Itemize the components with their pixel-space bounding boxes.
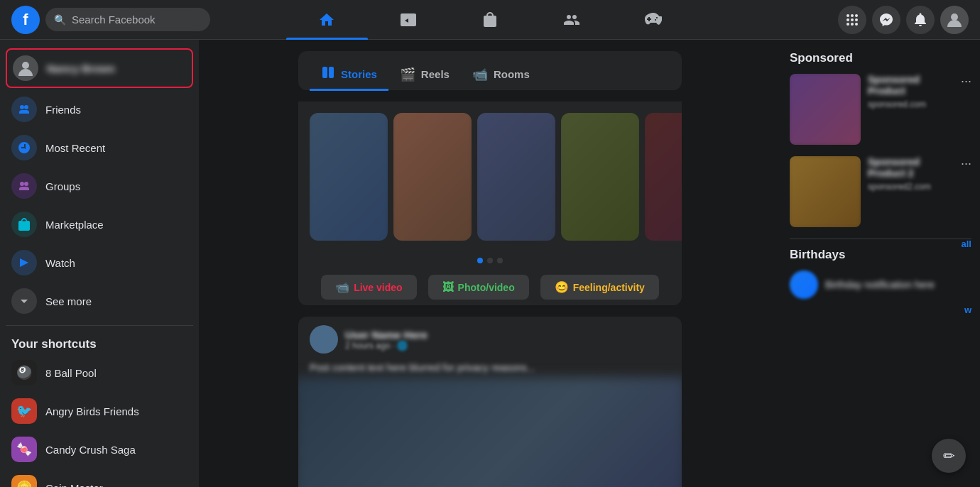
left-sidebar: Nancy Brown Friends Most Recent Groups [0, 40, 199, 487]
birthday-avatar [790, 270, 818, 299]
ad-name-1: Sponsored Product [868, 74, 954, 97]
birthdays-title: Birthdays [790, 248, 971, 262]
candy-crush-icon: 🍬 [11, 437, 37, 462]
sidebar-item-angry-birds[interactable]: 🐦 Angry Birds Friends [6, 393, 193, 429]
story-card-2[interactable] [393, 113, 472, 241]
svg-point-2 [855, 14, 858, 17]
profile-item[interactable]: Nancy Brown [6, 48, 193, 88]
svg-point-10 [22, 62, 29, 69]
write-message-button[interactable]: ✏ [932, 439, 966, 473]
sidebar-marketplace-label: Marketplace [45, 219, 104, 231]
feed-container: Stories 🎬 Reels 📹 Rooms [298, 51, 682, 476]
story-card-4[interactable] [561, 113, 639, 241]
search-input[interactable] [72, 13, 202, 26]
ad-url-1: sponsored.com [868, 99, 954, 109]
svg-point-8 [855, 23, 858, 26]
sidebar-most-recent-label: Most Recent [45, 142, 105, 154]
ad-options-1[interactable]: ··· [961, 74, 971, 89]
svg-point-7 [851, 23, 854, 26]
photo-video-button[interactable]: 🖼 Photo/video [428, 275, 529, 300]
sidebar-item-coin-master[interactable]: 🪙 Coin Master [6, 469, 193, 487]
notifications-button[interactable] [906, 6, 935, 34]
svg-point-1 [851, 14, 854, 17]
svg-point-9 [951, 13, 958, 21]
stories-grid [298, 102, 682, 252]
profile-avatar [13, 55, 38, 81]
see-more-icon [11, 288, 37, 314]
apps-button[interactable] [838, 6, 866, 34]
header-right [770, 6, 969, 34]
story-card-1[interactable] [310, 113, 388, 241]
main-feed: Stories 🎬 Reels 📹 Rooms [199, 40, 781, 487]
user-avatar-button[interactable] [940, 6, 969, 34]
live-video-label: Live video [354, 282, 402, 293]
header-left: f 🔍 [11, 6, 210, 34]
sidebar-item-marketplace[interactable]: Marketplace [6, 206, 193, 243]
tab-stories[interactable]: Stories [310, 60, 388, 91]
post-image [298, 377, 682, 487]
svg-point-4 [851, 18, 854, 21]
sidebar-groups-label: Groups [45, 180, 80, 192]
sidebar-item-groups[interactable]: Groups [6, 168, 193, 204]
groups-icon [11, 173, 37, 199]
facebook-logo[interactable]: f [11, 6, 40, 34]
ad-card-1[interactable]: Sponsored Product sponsored.com ··· [790, 74, 971, 145]
coin-master-icon: 🪙 [11, 475, 37, 487]
svg-point-5 [855, 18, 858, 21]
story-dots [298, 252, 682, 269]
see-all-birthdays-link[interactable]: w [964, 305, 971, 315]
ad-name-2: Sponsored Product 2 [868, 156, 954, 179]
feeling-button[interactable]: 😊 Feeling/activity [540, 275, 659, 300]
reels-tab-label: Reels [421, 68, 450, 80]
tab-rooms[interactable]: 📹 Rooms [461, 60, 541, 91]
sidebar-item-friends[interactable]: Friends [6, 91, 193, 128]
right-divider-1 [790, 239, 971, 239]
sidebar-item-candy-crush[interactable]: 🍬 Candy Crush Saga [6, 431, 193, 468]
friends-icon [11, 97, 37, 122]
right-sidebar: Sponsored Sponsored Product sponsored.co… [781, 40, 980, 487]
search-icon: 🔍 [54, 14, 66, 26]
post-time: 2 hours ago · 🌐 [345, 341, 670, 351]
story-card-3[interactable] [477, 113, 555, 241]
stories-tab-icon [321, 65, 335, 83]
marketplace-icon [11, 212, 37, 237]
nav-groups[interactable] [531, 0, 613, 40]
sidebar-item-see-more[interactable]: See more [6, 283, 193, 319]
live-video-icon: 📹 [335, 280, 349, 294]
svg-point-6 [846, 23, 849, 26]
nav-gaming[interactable] [613, 0, 695, 40]
svg-rect-12 [329, 67, 334, 78]
post-avatar [310, 325, 338, 354]
shortcut-angry-birds-label: Angry Birds Friends [45, 405, 139, 417]
nav-marketplace[interactable] [450, 0, 531, 40]
feed-post-1: User Name Here 2 hours ago · 🌐 Post cont… [298, 317, 682, 487]
messenger-button[interactable] [872, 6, 900, 34]
live-video-button[interactable]: 📹 Live video [321, 275, 416, 300]
tab-reels[interactable]: 🎬 Reels [388, 60, 461, 91]
shortcut-candy-crush-label: Candy Crush Saga [45, 444, 136, 456]
post-info: User Name Here 2 hours ago · 🌐 [345, 329, 670, 351]
shortcut-8ball-label: 8 Ball Pool [45, 367, 97, 379]
ad-options-2[interactable]: ··· [961, 156, 971, 171]
story-card-5[interactable] [645, 113, 682, 241]
sidebar-item-8ball[interactable]: 🎱 8 Ball Pool [6, 354, 193, 391]
8ball-icon: 🎱 [11, 360, 37, 385]
svg-point-0 [846, 14, 849, 17]
sidebar-item-watch[interactable]: Watch [6, 244, 193, 281]
rooms-tab-icon: 📹 [472, 67, 488, 82]
ad-card-2[interactable]: Sponsored Product 2 sponsored2.com ··· [790, 156, 971, 227]
svg-point-3 [846, 18, 849, 21]
nav-video[interactable] [368, 0, 450, 40]
see-all-ads-link[interactable]: all [962, 239, 971, 249]
profile-name: Nancy Brown [47, 62, 115, 75]
search-bar[interactable]: 🔍 [45, 8, 210, 31]
shortcuts-title: Your shortcuts [6, 332, 193, 354]
watch-icon [11, 250, 37, 275]
post-header: User Name Here 2 hours ago · 🌐 [298, 317, 682, 362]
sidebar-item-most-recent[interactable]: Most Recent [6, 129, 193, 166]
birthday-item-1: Birthday notification here [790, 270, 971, 299]
ad-image-2 [790, 156, 861, 227]
body: Nancy Brown Friends Most Recent Groups [0, 40, 980, 487]
reels-tab-icon: 🎬 [400, 67, 415, 82]
nav-home[interactable] [286, 0, 368, 40]
